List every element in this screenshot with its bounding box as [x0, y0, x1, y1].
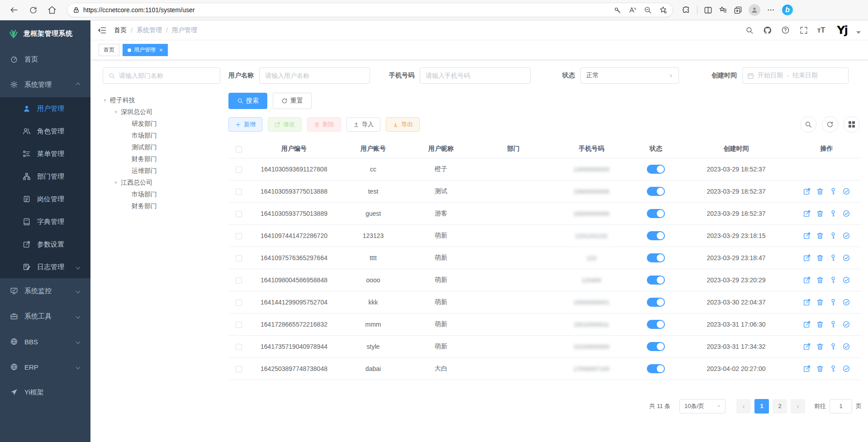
import-button[interactable]: 导入: [346, 117, 380, 132]
edit-icon[interactable]: [803, 187, 811, 195]
assign-role-icon[interactable]: [842, 276, 850, 284]
favorites-icon[interactable]: [719, 6, 727, 14]
password-key-icon[interactable]: [614, 6, 621, 14]
delete-icon[interactable]: [816, 320, 824, 328]
sidebar-item-首页[interactable]: 首页: [0, 47, 90, 72]
browser-profile-avatar[interactable]: [749, 4, 760, 16]
collapse-sidebar-icon[interactable]: [98, 26, 107, 35]
reset-password-icon[interactable]: [829, 342, 837, 351]
select-all-checkbox[interactable]: [236, 146, 242, 152]
page-button-1[interactable]: 1: [754, 399, 769, 413]
status-toggle[interactable]: [647, 231, 665, 240]
row-checkbox[interactable]: [236, 277, 242, 284]
row-checkbox[interactable]: [236, 166, 242, 173]
status-toggle[interactable]: [647, 276, 665, 285]
row-checkbox[interactable]: [236, 189, 242, 195]
status-toggle[interactable]: [647, 320, 665, 329]
edit-icon[interactable]: [803, 276, 811, 284]
reset-password-icon[interactable]: [829, 232, 837, 240]
assign-role-icon[interactable]: [842, 320, 850, 328]
delete-icon[interactable]: [816, 187, 824, 195]
row-checkbox[interactable]: [236, 366, 242, 372]
reset-password-icon[interactable]: [829, 365, 837, 373]
browser-home-icon[interactable]: [44, 2, 60, 18]
header-search-icon[interactable]: [745, 26, 754, 35]
tree-expand-icon[interactable]: ▼: [114, 110, 118, 114]
status-toggle[interactable]: [647, 298, 665, 307]
delete-icon[interactable]: [816, 342, 824, 351]
sidebar-item-菜单管理[interactable]: 菜单管理: [0, 143, 90, 165]
sidebar-item-字典管理[interactable]: 字典管理: [0, 210, 90, 233]
edit-icon[interactable]: [803, 209, 811, 218]
fullscreen-icon[interactable]: [799, 26, 808, 35]
font-size-icon[interactable]: тT: [817, 26, 825, 34]
phone-input[interactable]: [420, 67, 531, 84]
browser-refresh-icon[interactable]: [25, 2, 41, 18]
assign-role-icon[interactable]: [842, 254, 850, 262]
reset-password-icon[interactable]: [829, 187, 837, 195]
tree-node-测试部门[interactable]: 测试部门: [103, 142, 220, 153]
status-toggle[interactable]: [647, 253, 665, 262]
row-checkbox[interactable]: [236, 255, 242, 261]
reset-password-icon[interactable]: [829, 320, 837, 328]
tree-node-市场部门[interactable]: 市场部门: [103, 130, 220, 142]
tree-node-市场部门[interactable]: 市场部门: [103, 189, 220, 200]
assign-role-icon[interactable]: [842, 365, 850, 373]
user-avatar-logo[interactable]: Yj: [837, 24, 847, 37]
tree-node-江西总公司[interactable]: ▼江西总公司: [103, 177, 220, 189]
row-checkbox[interactable]: [236, 299, 242, 306]
sidebar-item-用户管理[interactable]: 用户管理: [0, 97, 90, 120]
collections-icon[interactable]: [734, 6, 742, 14]
sidebar-item-部门管理[interactable]: 部门管理: [0, 165, 90, 188]
assign-role-icon[interactable]: [842, 298, 850, 306]
status-select[interactable]: 正常 ∨: [580, 67, 679, 84]
sidebar-item-ERP[interactable]: ERP: [0, 354, 90, 380]
tab-user-management[interactable]: 用户管理 ×: [123, 44, 168, 56]
date-range-picker[interactable]: 开始日期 - 结束日期: [742, 67, 849, 84]
github-icon[interactable]: [763, 26, 772, 35]
delete-icon[interactable]: [816, 254, 824, 262]
table-search-toggle-icon[interactable]: [800, 116, 816, 133]
edit-icon[interactable]: [803, 342, 811, 351]
tree-node-橙子科技[interactable]: ▼橙子科技: [103, 95, 220, 106]
edit-button[interactable]: 修改: [268, 117, 302, 132]
zoom-out-icon[interactable]: [644, 6, 652, 14]
tree-expand-icon[interactable]: ▼: [114, 181, 118, 185]
sidebar-item-参数设置[interactable]: 参数设置: [0, 233, 90, 256]
more-icon[interactable]: [767, 6, 775, 14]
row-checkbox[interactable]: [236, 211, 242, 217]
sidebar-item-角色管理[interactable]: 角色管理: [0, 120, 90, 143]
split-screen-icon[interactable]: [704, 6, 712, 14]
url-text[interactable]: https://ccnetcore.com:1101/system/user: [83, 6, 610, 14]
read-aloud-icon[interactable]: [629, 6, 637, 14]
tree-node-深圳总公司[interactable]: ▼深圳总公司: [103, 106, 220, 118]
row-checkbox[interactable]: [236, 233, 242, 239]
status-toggle[interactable]: [647, 165, 665, 174]
reset-button[interactable]: 重置: [273, 93, 312, 109]
assign-role-icon[interactable]: [842, 232, 850, 240]
tree-node-研发部门[interactable]: 研发部门: [103, 118, 220, 130]
sidebar-item-BBS[interactable]: BBS: [0, 329, 90, 354]
assign-role-icon[interactable]: [842, 209, 850, 218]
export-button[interactable]: 导出: [386, 117, 420, 132]
page-size-select[interactable]: 10条/页 ∨: [679, 399, 726, 413]
extensions-icon[interactable]: [682, 6, 691, 14]
sidebar-item-岗位管理[interactable]: 岗位管理: [0, 188, 90, 210]
goto-page-input[interactable]: [830, 399, 852, 413]
breadcrumb-system[interactable]: 系统管理: [137, 26, 162, 34]
tree-node-财务部门[interactable]: 财务部门: [103, 153, 220, 165]
reset-password-icon[interactable]: [829, 298, 837, 306]
sidebar-item-系统工具[interactable]: 系统工具: [0, 304, 90, 329]
table-refresh-icon[interactable]: [822, 116, 838, 133]
edit-icon[interactable]: [803, 365, 811, 373]
delete-button[interactable]: 删除: [307, 117, 341, 132]
edit-icon[interactable]: [803, 320, 811, 328]
tree-expand-icon[interactable]: ▼: [103, 98, 107, 103]
username-input[interactable]: [259, 67, 370, 84]
tab-home[interactable]: 首页: [99, 44, 119, 56]
sidebar-item-系统管理[interactable]: 系统管理: [0, 72, 90, 97]
tree-node-财务部门[interactable]: 财务部门: [103, 200, 220, 212]
help-icon[interactable]: [781, 26, 790, 35]
search-button[interactable]: 搜索: [228, 93, 267, 109]
row-checkbox[interactable]: [236, 344, 242, 350]
